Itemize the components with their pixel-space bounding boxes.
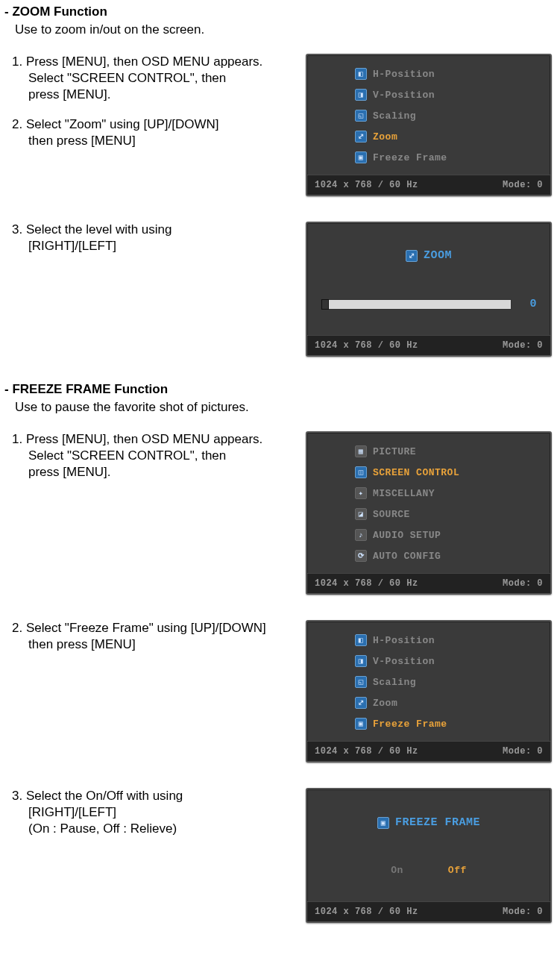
freeze-desc: Use to pause the favorite shot of pictur… — [15, 400, 556, 415]
osd-label: SOURCE — [373, 509, 410, 520]
menu-item-icon: ▦ — [355, 445, 367, 457]
zoom-step3-row: 3. Select the level with using [RIGHT]/[… — [4, 222, 556, 357]
osd-item-miscellany: ✦MISCELLANY — [318, 485, 540, 501]
menu-item-icon: ◧ — [355, 634, 367, 646]
slider-knob — [321, 299, 329, 310]
status-mode: Mode: 0 — [503, 578, 543, 589]
osd-label: SCREEN CONTROL — [373, 467, 459, 478]
freeze-step2-row: 2. Select "Freeze Frame" using [UP]/[DOW… — [4, 620, 556, 763]
osd-slider-value: 0 — [522, 298, 537, 310]
osd-item-hposition: ◧H-Position — [318, 66, 540, 82]
freeze-step1-row: 1. Press [MENU], then OSD MENU appears. … — [4, 431, 556, 595]
menu-item-icon: ✦ — [355, 487, 367, 499]
freeze-step3-l2: [RIGHT]/[LEFT] — [12, 804, 306, 821]
freeze-step1-text: 1. Press [MENU], then OSD MENU appears. … — [4, 431, 306, 480]
osd-statusbar: 1024 x 768 / 60 Hz Mode: 0 — [307, 573, 550, 593]
status-mode: Mode: 0 — [503, 746, 543, 757]
freeze-step3-l1: 3. Select the On/Off with using — [12, 788, 306, 804]
zoom-step2-l1: 2. Select "Zoom" using [UP]/[DOWN] — [12, 116, 306, 133]
menu-item-icon: ◱ — [355, 676, 367, 688]
osd-statusbar: 1024 x 768 / 60 Hz Mode: 0 — [307, 901, 550, 921]
osd-zoom-slider: ⤢ ZOOM 0 1024 x 768 / 60 Hz Mode: 0 — [306, 222, 552, 357]
osd-statusbar: 1024 x 768 / 60 Hz Mode: 0 — [307, 741, 550, 761]
osd-item-picture: ▦PICTURE — [318, 443, 540, 460]
osd-label: Zoom — [373, 131, 397, 143]
osd-item-vposition: ◨V-Position — [318, 653, 540, 669]
status-resolution: 1024 x 768 / 60 Hz — [315, 180, 418, 190]
zoom-title: - ZOOM Function — [4, 4, 556, 19]
menu-item-icon: ⟳ — [355, 550, 367, 562]
osd-ff-on: On — [391, 865, 403, 876]
osd-zoom-title: ZOOM — [424, 249, 452, 262]
osd-label: Zoom — [373, 698, 397, 709]
freeze-step2-l2: then press [MENU] — [12, 636, 306, 653]
osd-label: MISCELLANY — [373, 488, 435, 499]
osd-zoom-title-row: ⤢ ZOOM — [406, 249, 452, 262]
freeze-icon: ▣ — [377, 817, 389, 829]
status-resolution: 1024 x 768 / 60 Hz — [315, 746, 418, 757]
menu-item-icon: ◫ — [355, 466, 367, 478]
zoom-step3-l2: [RIGHT]/[LEFT] — [12, 238, 306, 254]
zoom-step1-l3: press [MENU]. — [12, 87, 306, 103]
osd-freezeframe-onoff: ▣ FREEZE FRAME On Off 1024 x 768 / 60 Hz… — [306, 788, 552, 923]
zoom-step1-l1: 1. Press [MENU], then OSD MENU appears. — [12, 54, 306, 70]
freeze-step3-text: 3. Select the On/Off with using [RIGHT]/… — [4, 788, 306, 837]
osd-item-freezeframe-selected: ▣Freeze Frame — [318, 716, 540, 732]
zoom-step1-row: 1. Press [MENU], then OSD MENU appears. … — [4, 54, 556, 196]
osd-main-menu: ▦PICTURE ◫SCREEN CONTROL ✦MISCELLANY ◪SO… — [306, 431, 552, 595]
freeze-step3-l3: (On : Pause, Off : Relieve) — [12, 821, 306, 837]
osd-label: H-Position — [373, 69, 435, 80]
menu-item-icon: ◪ — [355, 508, 367, 520]
osd-label: H-Position — [373, 635, 435, 646]
osd-label: Freeze Frame — [373, 152, 447, 163]
osd-slider-wrap: 0 — [318, 298, 540, 310]
osd-item-hposition: ◧H-Position — [318, 632, 540, 648]
osd-onoff-row: On Off — [391, 865, 467, 876]
menu-item-icon: ▣ — [355, 718, 367, 730]
zoom-step3-l1: 3. Select the level with using — [12, 222, 306, 238]
status-resolution: 1024 x 768 / 60 Hz — [315, 907, 418, 917]
osd-label: V-Position — [373, 90, 435, 101]
freeze-title: - FREEZE FRAME Function — [4, 382, 556, 397]
osd-label: AUDIO SETUP — [373, 530, 441, 541]
osd-item-autoconfig: ⟳AUTO CONFIG — [318, 548, 540, 564]
osd-label: Scaling — [373, 677, 416, 688]
zoom-step3-text: 3. Select the level with using [RIGHT]/[… — [4, 222, 306, 254]
osd-item-audio: ♪AUDIO SETUP — [318, 527, 540, 543]
freeze-step1-l3: press [MENU]. — [12, 464, 306, 480]
osd-label: AUTO CONFIG — [373, 551, 441, 562]
osd-statusbar: 1024 x 768 / 60 Hz Mode: 0 — [307, 175, 550, 195]
osd-label: V-Position — [373, 656, 435, 667]
osd-item-scaling: ◱Scaling — [318, 107, 540, 124]
osd-statusbar: 1024 x 768 / 60 Hz Mode: 0 — [307, 335, 550, 355]
osd-label: PICTURE — [373, 446, 416, 457]
zoom-step1-l2: Select "SCREEN CONTROL", then — [12, 70, 306, 87]
status-resolution: 1024 x 768 / 60 Hz — [315, 578, 418, 589]
zoom-desc: Use to zoom in/out on the screen. — [15, 22, 556, 37]
osd-item-screencontrol-selected: ◫SCREEN CONTROL — [318, 464, 540, 480]
freeze-step2-l1: 2. Select "Freeze Frame" using [UP]/[DOW… — [12, 620, 306, 636]
menu-item-icon: ⤢ — [355, 697, 367, 709]
status-mode: Mode: 0 — [503, 180, 543, 190]
menu-item-icon: ◨ — [355, 89, 367, 101]
osd-item-freezeframe: ▣Freeze Frame — [318, 149, 540, 166]
freeze-step1-l2: Select "SCREEN CONTROL", then — [12, 448, 306, 464]
osd-item-vposition: ◨V-Position — [318, 87, 540, 103]
zoom-icon: ⤢ — [406, 250, 418, 262]
menu-item-icon: ◱ — [355, 110, 367, 122]
osd-ff-title-row: ▣ FREEZE FRAME — [377, 816, 480, 829]
osd-label: Scaling — [373, 110, 416, 122]
osd-item-source: ◪SOURCE — [318, 506, 540, 522]
osd-item-zoom-selected: ⤢Zoom — [318, 128, 540, 145]
osd-ff-off-selected: Off — [448, 865, 467, 876]
freeze-step3-row: 3. Select the On/Off with using [RIGHT]/… — [4, 788, 556, 923]
menu-item-icon: ⤢ — [355, 131, 367, 143]
menu-item-icon: ◨ — [355, 655, 367, 667]
osd-ff-title: FREEZE FRAME — [395, 816, 480, 829]
osd-item-scaling: ◱Scaling — [318, 674, 540, 690]
status-resolution: 1024 x 768 / 60 Hz — [315, 340, 418, 351]
menu-item-icon: ♪ — [355, 529, 367, 541]
osd-screencontrol-zoom: ◧H-Position ◨V-Position ◱Scaling ⤢Zoom ▣… — [306, 54, 552, 196]
zoom-step2-l2: then press [MENU] — [12, 133, 306, 149]
osd-item-zoom: ⤢Zoom — [318, 695, 540, 711]
